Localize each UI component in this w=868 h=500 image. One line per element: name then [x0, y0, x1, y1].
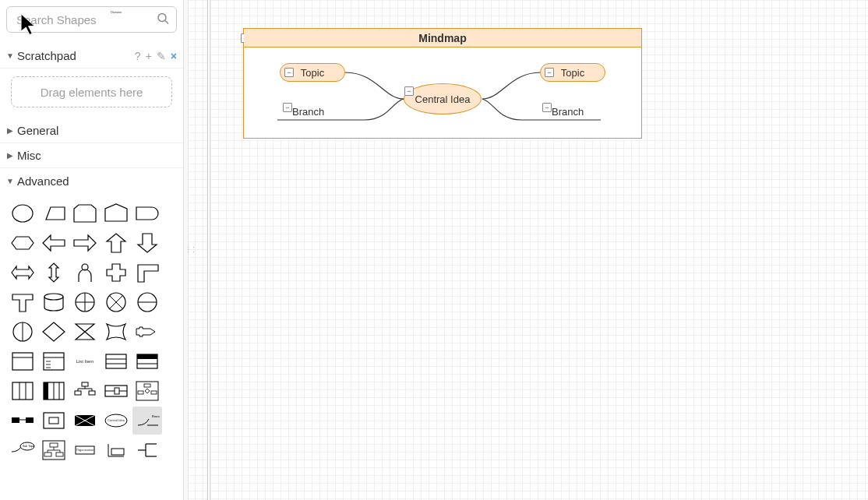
shape-concave-rect[interactable] — [101, 318, 131, 346]
close-icon[interactable]: × — [171, 50, 177, 62]
shape-rect-split[interactable] — [101, 377, 131, 405]
shape-corner[interactable] — [132, 259, 162, 287]
collapse-topic-left-button[interactable]: − — [284, 68, 294, 77]
svg-rect-67 — [12, 417, 19, 423]
shape-list[interactable] — [39, 347, 69, 375]
caret-right-icon: ▶ — [6, 151, 14, 160]
svg-rect-38 — [106, 354, 126, 368]
shape-tree[interactable] — [70, 377, 100, 405]
shape-hex-arrow[interactable] — [8, 229, 37, 257]
svg-rect-44 — [12, 382, 33, 400]
search-box — [6, 6, 177, 33]
help-icon[interactable]: ? — [135, 50, 141, 62]
shape-columns-header[interactable] — [39, 377, 69, 405]
shape-step-arrow[interactable] — [132, 318, 162, 346]
svg-point-2 — [12, 205, 33, 222]
svg-rect-83 — [56, 452, 63, 456]
shape-circle-minus[interactable] — [132, 288, 162, 316]
shape-circle-x[interactable] — [101, 288, 131, 316]
shape-cross[interactable] — [101, 259, 131, 287]
page-edge — [207, 0, 210, 500]
shape-cut-rect[interactable] — [70, 199, 100, 227]
shape-pentagon-tag[interactable] — [101, 199, 131, 227]
svg-rect-65 — [151, 391, 157, 394]
shape-table-header[interactable] — [132, 347, 162, 375]
shape-cylinder[interactable] — [39, 288, 69, 316]
shape-arrow-horiz[interactable] — [8, 259, 37, 287]
shape-arrow-left[interactable] — [39, 229, 69, 257]
section-misc[interactable]: ▶ Misc — [0, 143, 183, 168]
add-icon[interactable]: + — [146, 50, 152, 62]
svg-marker-15 — [138, 265, 158, 282]
branch-left-node[interactable]: Branch — [292, 106, 324, 118]
collapse-central-button[interactable]: − — [404, 86, 414, 96]
shape-pie-quad[interactable] — [70, 288, 100, 316]
shape-crossed-rect[interactable] — [70, 407, 100, 435]
svg-rect-52 — [75, 391, 81, 395]
shape-list-item[interactable]: List Item — [70, 347, 100, 375]
shape-columns3[interactable] — [8, 377, 37, 405]
shape-arrow-down[interactable] — [132, 229, 162, 257]
shape-person[interactable] — [70, 259, 100, 287]
search-input[interactable] — [6, 6, 177, 33]
shape-tee[interactable] — [8, 288, 37, 316]
mindmap-title[interactable]: Mindmap — [244, 29, 641, 48]
shape-fork[interactable] — [132, 436, 162, 464]
shape-branch[interactable]: Branch — [132, 407, 162, 435]
svg-rect-82 — [44, 452, 51, 456]
svg-rect-68 — [26, 417, 34, 423]
search-wrapper — [0, 0, 183, 39]
shape-org-chart[interactable] — [39, 436, 69, 464]
shape-linked-rects[interactable] — [8, 407, 37, 435]
svg-rect-70 — [44, 413, 64, 428]
mindmap-body: Central Idea − Topic − Topic − Branch − … — [244, 48, 641, 138]
shape-division[interactable]: Division — [101, 436, 131, 464]
shape-rounded-right[interactable] — [132, 199, 162, 227]
section-advanced[interactable]: ▼ Advanced — [0, 168, 183, 193]
caret-down-icon: ▼ — [6, 51, 14, 60]
shape-palette: List Item Central Idea Branch Sub Topic … — [0, 193, 183, 470]
mindmap-container[interactable]: − Mindmap Central Idea − — [243, 28, 642, 139]
svg-marker-8 — [74, 235, 96, 251]
section-general[interactable]: ▶ General — [0, 118, 183, 143]
sidebar: ▼ Scratchpad ? + ✎ × Drag elements here … — [0, 0, 184, 500]
shape-flowchart[interactable] — [132, 377, 162, 405]
shape-ellipse[interactable] — [8, 199, 37, 227]
shape-diamond[interactable] — [39, 318, 69, 346]
shape-arrow-vert[interactable] — [39, 259, 69, 287]
svg-marker-3 — [46, 207, 65, 220]
svg-rect-51 — [82, 382, 88, 386]
svg-marker-12 — [49, 263, 58, 282]
shape-sub-topic[interactable]: Sub Topic — [8, 436, 37, 464]
central-idea-node[interactable]: Central Idea — [404, 83, 482, 114]
scratchpad-dropzone[interactable]: Drag elements here — [11, 76, 172, 107]
collapse-branch-left-button[interactable]: − — [283, 103, 292, 112]
svg-marker-11 — [12, 266, 34, 279]
svg-marker-16 — [12, 294, 33, 312]
svg-rect-59 — [115, 388, 119, 394]
section-scratchpad[interactable]: ▼ Scratchpad ? + ✎ × — [0, 44, 183, 69]
shape-arrow-right[interactable] — [70, 229, 100, 257]
svg-rect-63 — [144, 384, 150, 387]
svg-rect-48 — [44, 382, 48, 400]
svg-rect-53 — [89, 391, 95, 395]
shape-trapezoid[interactable] — [39, 199, 69, 227]
shape-hourglass[interactable] — [70, 318, 100, 346]
shape-arrow-up[interactable] — [101, 229, 131, 257]
collapse-branch-right-button[interactable]: − — [542, 103, 552, 112]
edit-icon[interactable]: ✎ — [157, 50, 166, 62]
collapse-topic-right-button[interactable]: − — [545, 68, 554, 77]
scratchpad-drop-hint: Drag elements here — [41, 86, 143, 99]
canvas[interactable]: − Mindmap Central Idea − — [189, 0, 868, 500]
shape-window[interactable] — [8, 347, 37, 375]
shape-nested-rect[interactable] — [39, 407, 69, 435]
svg-marker-29 — [76, 324, 94, 340]
shape-organization[interactable]: Organization — [70, 436, 100, 464]
shape-table3[interactable] — [101, 347, 131, 375]
svg-text:Branch: Branch — [152, 414, 160, 418]
shape-central-idea[interactable]: Central Idea — [101, 407, 131, 435]
branch-right-node[interactable]: Branch — [552, 106, 584, 118]
shape-circle-vert[interactable] — [8, 318, 37, 346]
svg-marker-30 — [136, 327, 155, 336]
svg-text:Sub Topic: Sub Topic — [23, 445, 35, 448]
